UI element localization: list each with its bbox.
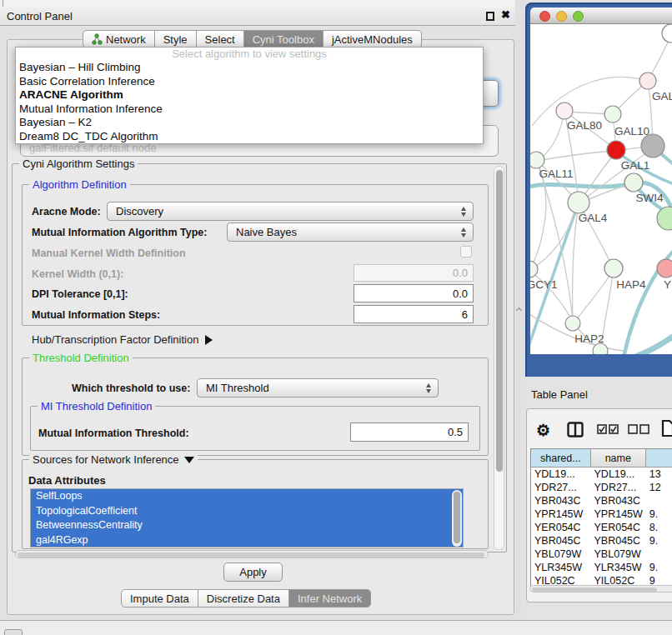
table-cell: 13: [646, 468, 672, 481]
network-node[interactable]: [556, 102, 573, 119]
unchecked-pair-icon[interactable]: [628, 424, 649, 435]
list-item-betweennesscentrality[interactable]: BetweennessCentrality: [31, 518, 463, 533]
network-edge[interactable]: [537, 151, 614, 161]
menu-item-bayesian-k2[interactable]: Bayesian – K2: [16, 116, 483, 130]
close-traffic-light[interactable]: [539, 11, 550, 22]
network-window-titlebar[interactable]: [530, 8, 672, 24]
table-row[interactable]: YDL19...YDL19...13: [531, 468, 672, 481]
network-node[interactable]: [604, 259, 623, 278]
settings-hscrollbar-thumb[interactable]: [18, 552, 484, 558]
menu-item-aracne[interactable]: ARACNE Algorithm: [16, 88, 483, 102]
aracne-mode-label: Aracne Mode:: [32, 206, 101, 218]
cyni-settings-title: Cyni Algorithm Settings: [19, 158, 138, 170]
list-item-selfloops[interactable]: SelfLoops: [31, 489, 463, 504]
list-item-topologicalcoefficient[interactable]: TopologicalCoefficient: [31, 504, 463, 519]
mi-steps-field[interactable]: 6: [354, 305, 474, 323]
dpi-tolerance-field[interactable]: 0.0: [354, 284, 474, 302]
network-node[interactable]: [662, 24, 672, 42]
stepper-icon: [461, 228, 467, 238]
network-node-label: GCY1: [530, 278, 557, 291]
close-icon[interactable]: ✖: [501, 8, 510, 21]
table-row[interactable]: YPR145WYPR145W9.: [531, 508, 672, 521]
table-cell: YBL079W: [531, 548, 591, 561]
table-cell: YER054C: [531, 521, 591, 534]
tab-cyni-toolbox[interactable]: Cyni Toolbox: [244, 30, 323, 48]
mi-threshold-field[interactable]: 0.5: [350, 422, 469, 442]
table-cell: YBR043C: [531, 494, 591, 508]
sources-title: Sources for Network Inference: [33, 453, 179, 466]
table-row[interactable]: YBR043CYBR043C: [531, 494, 672, 508]
sources-title-row[interactable]: Sources for Network Inference: [29, 453, 198, 466]
tab-impute-data[interactable]: Impute Data: [121, 589, 198, 608]
list-item-gal4rgexp[interactable]: gal4RGexp: [31, 533, 463, 548]
network-node[interactable]: [530, 152, 544, 168]
tab-infer-network[interactable]: Infer Network: [289, 589, 371, 608]
network-node[interactable]: [657, 259, 672, 278]
attribute-table[interactable]: shared...name YDL19...YDL19...13YDR27...…: [530, 448, 672, 588]
network-node[interactable]: [604, 106, 621, 122]
network-node-label: GAL: [652, 90, 672, 102]
attributes-scrollbar-thumb[interactable]: [454, 492, 460, 543]
aracne-mode-combo[interactable]: Discovery: [107, 202, 474, 221]
network-edge[interactable]: [576, 270, 614, 320]
network-node[interactable]: [607, 141, 625, 159]
tab-jactivemnodules[interactable]: jActiveMNodules: [323, 30, 422, 48]
network-node[interactable]: [568, 192, 589, 213]
network-node[interactable]: [530, 261, 538, 278]
network-node[interactable]: [639, 72, 656, 89]
network-edge[interactable]: [531, 206, 577, 269]
table-row[interactable]: YDR27...YDR27...12: [531, 481, 672, 494]
settings-hscrollbar-track[interactable]: [15, 550, 489, 558]
settings-scrollbar-thumb[interactable]: [496, 170, 503, 472]
table-column-header[interactable]: shared...: [531, 449, 591, 468]
tab-network[interactable]: Network: [83, 30, 155, 48]
table-column-header[interactable]: name: [591, 449, 646, 468]
float-window-icon[interactable]: [486, 12, 494, 21]
table-row[interactable]: YER054CYER054C8.: [531, 521, 672, 534]
table-cell: YER054C: [591, 521, 646, 534]
table-hscrollbar-track[interactable]: [529, 585, 672, 592]
zoom-traffic-light[interactable]: [573, 11, 584, 22]
network-node-label: GAL10: [614, 125, 649, 138]
gear-icon[interactable]: ⚙: [536, 421, 550, 440]
minimize-traffic-light[interactable]: [556, 11, 567, 22]
table-row[interactable]: YBR045CYBR045C9.: [531, 534, 672, 548]
manual-kernel-checkbox[interactable]: [460, 246, 472, 258]
network-edge[interactable]: [629, 332, 672, 354]
apply-button[interactable]: Apply: [223, 562, 283, 582]
columns-icon[interactable]: [567, 422, 584, 438]
data-attributes-list[interactable]: SelfLoops TopologicalCoefficient Between…: [30, 488, 464, 548]
menu-item-bayesian-hill-climbing[interactable]: Bayesian – Hill Climbing: [16, 61, 483, 75]
tab-discretize-data[interactable]: Discretize Data: [198, 589, 289, 608]
kernel-width-field[interactable]: 0.0: [354, 264, 474, 282]
table-row[interactable]: YLR345WYLR345W9.: [531, 561, 672, 574]
tab-label: Network: [106, 33, 146, 46]
settings-scrollbar-track[interactable]: [494, 166, 504, 550]
checked-pair-icon[interactable]: [597, 424, 619, 435]
network-node[interactable]: [565, 316, 580, 331]
tab-select[interactable]: Select: [197, 30, 244, 48]
tab-label: Select: [205, 33, 235, 46]
attributes-scrollbar-track[interactable]: [452, 490, 462, 547]
algorithm-definition-title: Algorithm Definition: [29, 178, 130, 191]
menu-item-mutual-information[interactable]: Mutual Information Inference: [16, 102, 483, 117]
table-cell: YDR27...: [591, 481, 646, 494]
page-icon[interactable]: [661, 419, 672, 438]
network-node[interactable]: [641, 134, 664, 158]
tab-style[interactable]: Style: [155, 30, 197, 48]
combo-value: Discovery: [116, 205, 163, 218]
bottom-left-button-partial[interactable]: [4, 629, 23, 635]
network-node[interactable]: [657, 207, 672, 230]
control-panel-tabbar: Network Style Select Cyni Toolbox jActiv…: [83, 30, 422, 48]
table-column-header[interactable]: [646, 449, 672, 468]
network-node[interactable]: [593, 343, 608, 354]
which-threshold-combo[interactable]: MI Threshold: [197, 378, 439, 398]
table-row[interactable]: YBL079WYBL079W: [531, 548, 672, 561]
menu-item-dream8[interactable]: Dream8 DC_TDC Algorithm: [16, 130, 483, 144]
mi-type-combo[interactable]: Naive Bayes: [227, 222, 474, 242]
table-hscrollbar-thumb[interactable]: [532, 588, 657, 592]
network-canvas[interactable]: GALGAL80GAL10GAL1GAL11SWI4GAL4GCY1HAP4YH…: [530, 24, 672, 354]
network-node[interactable]: [624, 173, 643, 192]
hub-definition-toggle[interactable]: Hub/Transcription Factor Definition: [32, 333, 213, 346]
menu-item-basic-correlation[interactable]: Basic Correlation Inference: [16, 75, 483, 89]
